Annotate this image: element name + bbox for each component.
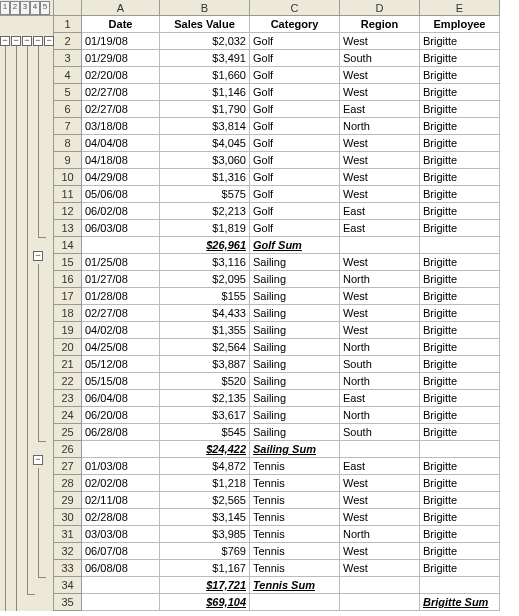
cell-sales[interactable]: $2,135 — [160, 390, 250, 407]
cell-sales[interactable]: $1,355 — [160, 322, 250, 339]
cell-date[interactable]: 02/02/08 — [82, 475, 160, 492]
cell-region[interactable]: West — [340, 543, 420, 560]
row-header[interactable]: 31 — [54, 526, 82, 543]
cell-category[interactable]: Sailing — [250, 390, 340, 407]
subtotal-label[interactable]: Tennis Sum — [250, 577, 340, 594]
cell-sales[interactable]: $4,045 — [160, 135, 250, 152]
row-header[interactable]: 33 — [54, 560, 82, 577]
row-header[interactable]: 21 — [54, 356, 82, 373]
column-heading-employee[interactable]: Employee — [420, 16, 500, 33]
row-header[interactable]: 1 — [54, 16, 82, 33]
row-header[interactable]: 4 — [54, 67, 82, 84]
row-header[interactable]: 24 — [54, 407, 82, 424]
col-header-D[interactable]: D — [340, 0, 420, 16]
cell-employee[interactable]: Brigitte — [420, 390, 500, 407]
row-header[interactable]: 11 — [54, 186, 82, 203]
row-header[interactable]: 34 — [54, 577, 82, 594]
row-header[interactable]: 7 — [54, 118, 82, 135]
cell-category[interactable]: Sailing — [250, 424, 340, 441]
cell-sales[interactable]: $2,565 — [160, 492, 250, 509]
cell-date[interactable]: 06/28/08 — [82, 424, 160, 441]
cell-region[interactable]: West — [340, 492, 420, 509]
cell-sales[interactable]: $1,146 — [160, 84, 250, 101]
cell-region[interactable]: West — [340, 186, 420, 203]
row-header[interactable]: 30 — [54, 509, 82, 526]
row-header[interactable]: 5 — [54, 84, 82, 101]
cell-region[interactable]: West — [340, 152, 420, 169]
spreadsheet-grid[interactable]: A B C D E 1DateSales ValueCategoryRegion… — [54, 0, 519, 611]
subtotal-value[interactable]: $24,422 — [160, 441, 250, 458]
cell-sales[interactable]: $769 — [160, 543, 250, 560]
cell[interactable] — [420, 577, 500, 594]
cell-date[interactable]: 05/15/08 — [82, 373, 160, 390]
cell-date[interactable]: 01/28/08 — [82, 288, 160, 305]
cell-region[interactable]: West — [340, 84, 420, 101]
cell-date[interactable]: 06/07/08 — [82, 543, 160, 560]
cell-sales[interactable]: $1,316 — [160, 169, 250, 186]
cell[interactable] — [420, 441, 500, 458]
row-header[interactable]: 32 — [54, 543, 82, 560]
cell-employee[interactable]: Brigitte — [420, 339, 500, 356]
cell-employee[interactable]: Brigitte — [420, 118, 500, 135]
cell-region[interactable]: East — [340, 390, 420, 407]
row-header[interactable]: 17 — [54, 288, 82, 305]
cell-employee[interactable]: Brigitte — [420, 203, 500, 220]
cell-employee[interactable]: Brigitte — [420, 509, 500, 526]
col-header-B[interactable]: B — [160, 0, 250, 16]
row-header[interactable]: 10 — [54, 169, 82, 186]
cell-sales[interactable]: $3,814 — [160, 118, 250, 135]
cell-region[interactable]: West — [340, 475, 420, 492]
cell[interactable] — [82, 577, 160, 594]
cell-date[interactable]: 04/29/08 — [82, 169, 160, 186]
cell-date[interactable]: 04/18/08 — [82, 152, 160, 169]
cell-sales[interactable]: $155 — [160, 288, 250, 305]
row-header[interactable]: 6 — [54, 101, 82, 118]
cell-sales[interactable]: $3,887 — [160, 356, 250, 373]
subtotal-label[interactable]: Golf Sum — [250, 237, 340, 254]
cell-category[interactable]: Golf — [250, 50, 340, 67]
cell-region[interactable]: West — [340, 305, 420, 322]
cell-date[interactable]: 05/06/08 — [82, 186, 160, 203]
row-header[interactable]: 9 — [54, 152, 82, 169]
outline-level-1[interactable]: 1 — [0, 1, 10, 15]
collapse-button[interactable]: − — [0, 36, 10, 46]
row-header[interactable]: 12 — [54, 203, 82, 220]
cell-category[interactable]: Sailing — [250, 373, 340, 390]
cell-employee[interactable]: Brigitte — [420, 271, 500, 288]
cell-region[interactable]: North — [340, 526, 420, 543]
cell-region[interactable]: North — [340, 118, 420, 135]
cell-sales[interactable]: $1,819 — [160, 220, 250, 237]
cell-region[interactable]: West — [340, 33, 420, 50]
cell-employee[interactable]: Brigitte — [420, 492, 500, 509]
cell-employee[interactable]: Brigitte — [420, 220, 500, 237]
cell-date[interactable]: 02/27/08 — [82, 84, 160, 101]
cell-category[interactable]: Sailing — [250, 322, 340, 339]
cell-employee[interactable]: Brigitte — [420, 50, 500, 67]
cell-region[interactable]: West — [340, 288, 420, 305]
cell-employee[interactable]: Brigitte — [420, 373, 500, 390]
cell-date[interactable]: 01/29/08 — [82, 50, 160, 67]
outline-level-4[interactable]: 4 — [30, 1, 40, 15]
subtotal-label[interactable]: Sailing Sum — [250, 441, 340, 458]
cell-category[interactable]: Sailing — [250, 339, 340, 356]
subtotal-value[interactable]: $26,961 — [160, 237, 250, 254]
cell-category[interactable]: Tennis — [250, 509, 340, 526]
cell-date[interactable]: 06/20/08 — [82, 407, 160, 424]
cell-category[interactable]: Golf — [250, 84, 340, 101]
cell-employee[interactable]: Brigitte — [420, 101, 500, 118]
cell-employee[interactable]: Brigitte — [420, 288, 500, 305]
cell-sales[interactable]: $3,116 — [160, 254, 250, 271]
column-heading-region[interactable]: Region — [340, 16, 420, 33]
cell-region[interactable]: West — [340, 322, 420, 339]
column-heading-date[interactable]: Date — [82, 16, 160, 33]
cell[interactable] — [340, 237, 420, 254]
cell[interactable] — [82, 237, 160, 254]
cell-sales[interactable]: $1,218 — [160, 475, 250, 492]
cell-sales[interactable]: $4,433 — [160, 305, 250, 322]
cell-category[interactable]: Golf — [250, 152, 340, 169]
cell-category[interactable]: Golf — [250, 101, 340, 118]
cell[interactable] — [82, 594, 160, 611]
col-header-A[interactable]: A — [82, 0, 160, 16]
cell-date[interactable]: 04/25/08 — [82, 339, 160, 356]
cell-category[interactable]: Golf — [250, 203, 340, 220]
